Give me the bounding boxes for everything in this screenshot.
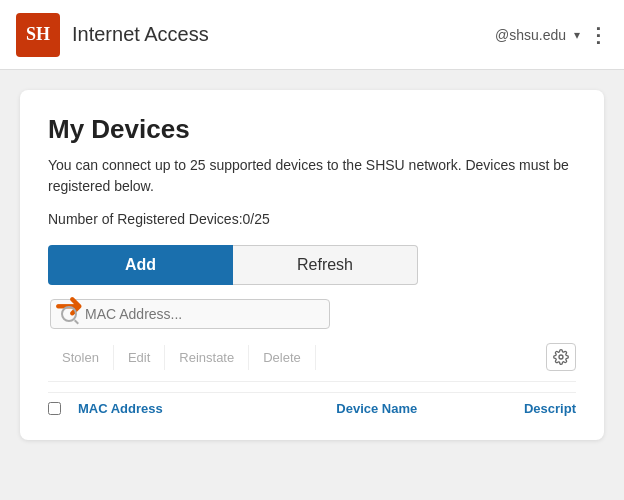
header-left: SH Internet Access bbox=[16, 13, 209, 57]
mac-address-column-header: MAC Address bbox=[78, 401, 277, 416]
section-title: My Devices bbox=[48, 114, 576, 145]
header-right: @shsu.edu ▾ ⋮ bbox=[495, 23, 608, 47]
device-name-column-header: Device Name bbox=[277, 401, 476, 416]
refresh-button[interactable]: Refresh bbox=[233, 245, 418, 285]
device-count: Number of Registered Devices:0/25 bbox=[48, 211, 576, 227]
section-description: You can connect up to 25 supported devic… bbox=[48, 155, 576, 197]
select-all-checkbox[interactable] bbox=[48, 402, 61, 415]
delete-button[interactable]: Delete bbox=[249, 345, 316, 370]
edit-button[interactable]: Edit bbox=[114, 345, 165, 370]
search-row bbox=[50, 299, 330, 329]
main-content: My Devices You can connect up to 25 supp… bbox=[0, 70, 624, 500]
more-options-icon[interactable]: ⋮ bbox=[588, 23, 608, 47]
user-email: @shsu.edu bbox=[495, 27, 566, 43]
devices-card: My Devices You can connect up to 25 supp… bbox=[20, 90, 604, 440]
device-count-value: 0/25 bbox=[243, 211, 270, 227]
action-buttons-row: Add Refresh bbox=[48, 245, 576, 285]
mac-address-search-input[interactable] bbox=[85, 306, 319, 322]
gear-icon bbox=[553, 349, 569, 365]
search-icon bbox=[61, 306, 77, 322]
account-dropdown-icon[interactable]: ▾ bbox=[574, 28, 580, 42]
add-button[interactable]: Add bbox=[48, 245, 233, 285]
reinstate-button[interactable]: Reinstate bbox=[165, 345, 249, 370]
table-header-row: MAC Address Device Name Descript bbox=[48, 392, 576, 424]
description-column-header: Descript bbox=[476, 401, 576, 416]
shsu-logo: SH bbox=[16, 13, 60, 57]
table-actions-row: Stolen Edit Reinstate Delete bbox=[48, 343, 576, 382]
settings-gear-button[interactable] bbox=[546, 343, 576, 371]
app-title: Internet Access bbox=[72, 23, 209, 46]
app-header: SH Internet Access @shsu.edu ▾ ⋮ bbox=[0, 0, 624, 70]
stolen-button[interactable]: Stolen bbox=[48, 345, 114, 370]
logo-text: SH bbox=[26, 24, 50, 45]
device-count-label: Number of Registered Devices: bbox=[48, 211, 243, 227]
svg-point-0 bbox=[559, 355, 563, 359]
checkbox-column bbox=[48, 402, 78, 415]
